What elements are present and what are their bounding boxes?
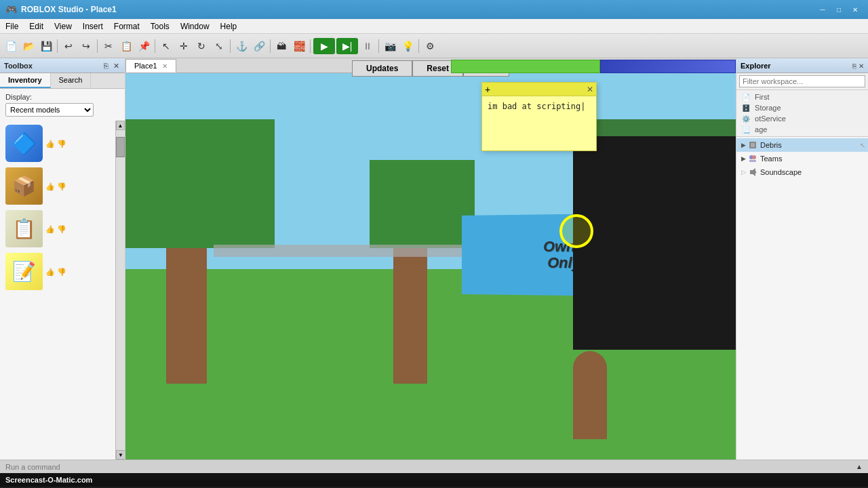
model-item-3[interactable]: 📋 👍 👎: [0, 206, 125, 249]
display-dropdown[interactable]: Recent models My models Free models: [5, 103, 94, 117]
statusbar-expand-icon[interactable]: ▲: [856, 463, 863, 470]
scrollbar-thumb[interactable]: [116, 137, 125, 157]
explorer-popup-storage[interactable]: 🗄️ Storage: [736, 102, 868, 113]
menu-view[interactable]: View: [49, 20, 77, 33]
explorer-otservice-label: otService: [755, 115, 786, 123]
toolbar-terrain-button[interactable]: 🏔: [273, 38, 290, 54]
tree-item-soundscape[interactable]: ▷ Soundscape: [736, 165, 868, 179]
thumbup-1[interactable]: 👍: [45, 140, 55, 148]
display-label: Display:: [5, 93, 32, 101]
tree-icon-teams: [747, 153, 758, 164]
tree-expand-debris[interactable]: ▶: [739, 141, 747, 149]
close-button[interactable]: ✕: [848, 3, 863, 16]
play-here-button[interactable]: ▶|: [336, 38, 358, 54]
play-button[interactable]: ▶: [313, 38, 335, 54]
model-grid: 🔷 👍 👎 📦 👍 👎: [0, 121, 125, 460]
explorer-filter-input[interactable]: [739, 75, 865, 87]
color-bar-green: [451, 60, 600, 73]
model-item-4[interactable]: 📝 👍 👎: [0, 249, 125, 291]
toolbar-copy-button[interactable]: 📋: [118, 38, 134, 54]
explorer-popup-first[interactable]: 📄 First: [736, 92, 868, 102]
toolbar-sep-5: [270, 39, 271, 53]
toolbox-tabs: Inventory Search: [0, 73, 125, 89]
model-item-1[interactable]: 🔷 👍 👎: [0, 121, 125, 163]
scrollbar-up-arrow[interactable]: ▲: [116, 121, 125, 130]
menu-edit[interactable]: Edit: [24, 20, 49, 33]
model-thumb-1: 🔷: [5, 125, 43, 162]
menu-tools[interactable]: Tools: [145, 20, 175, 33]
toolbar-select-button[interactable]: ↖: [158, 38, 174, 54]
tab-search[interactable]: Search: [51, 73, 92, 88]
toolbar-part-button[interactable]: 🧱: [291, 38, 307, 54]
settings-button[interactable]: ⚙: [422, 38, 438, 54]
cursor-icon: ↖: [860, 142, 865, 149]
restore-button[interactable]: □: [831, 3, 846, 16]
thumbup-3[interactable]: 👍: [45, 225, 55, 234]
3d-scene[interactable]: OwnerOnly!: [125, 79, 736, 460]
explorer-age-label: age: [755, 125, 767, 134]
thumbup-2[interactable]: 👍: [45, 182, 55, 191]
left-panel-scrollbar[interactable]: ▲ ▼: [115, 121, 125, 460]
toolbox-controls: ⎘ ✕: [102, 61, 121, 70]
toolbar-undo-button[interactable]: ↩: [60, 38, 77, 54]
display-selector-area: Display: Recent models My models Free mo…: [0, 89, 125, 121]
toolbar-cut-button[interactable]: ✂: [100, 38, 117, 54]
svg-point-3: [752, 155, 756, 159]
tree-label-soundscape: Soundscape: [760, 168, 802, 176]
tree-icon-soundscape: [747, 167, 758, 178]
menubar: File Edit View Insert Format Tools Windo…: [0, 19, 868, 34]
script-popup-content[interactable]: im bad at scripting|: [482, 96, 596, 150]
toolbar-save-button[interactable]: 💾: [38, 38, 54, 54]
window-controls: ─ □ ✕: [815, 3, 863, 16]
toolbar-new-button[interactable]: 📄: [3, 38, 19, 54]
pause-button[interactable]: ⏸: [359, 38, 376, 54]
toolbox-close-button[interactable]: ✕: [112, 62, 121, 70]
script-text: im bad at scripting: [488, 102, 580, 111]
explorer-undock-button[interactable]: ⎘: [852, 62, 856, 70]
thumbup-4[interactable]: 👍: [45, 268, 55, 277]
light-button[interactable]: 💡: [399, 38, 416, 54]
toolbar-move-button[interactable]: ✛: [176, 38, 192, 54]
toolbox-undock-button[interactable]: ⎘: [102, 62, 110, 70]
menu-insert[interactable]: Insert: [77, 20, 108, 33]
toolbar-open-button[interactable]: 📂: [20, 38, 37, 54]
menu-format[interactable]: Format: [108, 20, 145, 33]
log-center: [573, 351, 607, 439]
tree-expand-soundscape[interactable]: ▷: [739, 168, 747, 176]
thumbdown-4[interactable]: 👎: [57, 268, 66, 277]
tree-top-left: [125, 119, 275, 248]
title-icon: 🎮: [5, 4, 17, 15]
script-popup-close-button[interactable]: ✕: [587, 85, 593, 94]
toolbar-scale-button[interactable]: ⤡: [211, 38, 227, 54]
minimize-button[interactable]: ─: [815, 3, 830, 16]
scrollbar-down-arrow[interactable]: ▼: [116, 450, 125, 460]
tree-item-debris[interactable]: ▶ Debris ↖: [736, 138, 868, 152]
thumbdown-3[interactable]: 👎: [57, 225, 66, 234]
updates-button[interactable]: Updates: [352, 60, 412, 77]
tree-item-teams[interactable]: ▶ Teams: [736, 152, 868, 165]
thumbdown-1[interactable]: 👎: [57, 140, 66, 148]
menu-help[interactable]: Help: [215, 20, 243, 33]
explorer-controls: ⎘ ✕: [852, 61, 864, 70]
model-item-2[interactable]: 📦 👍 👎: [0, 163, 125, 206]
script-popup-add-icon[interactable]: +: [485, 84, 490, 95]
explorer-popup-otservice[interactable]: ⚙️ otService: [736, 113, 868, 124]
menu-window[interactable]: Window: [175, 20, 215, 33]
explorer-popup-age[interactable]: 📃 age: [736, 124, 868, 135]
tree-expand-teams[interactable]: ▶: [739, 155, 747, 163]
model-rating-2: 👍 👎: [45, 182, 66, 191]
menu-file[interactable]: File: [0, 20, 24, 33]
command-input[interactable]: [5, 462, 856, 472]
tab-inventory[interactable]: Inventory: [0, 73, 51, 88]
toolbar-rotate-button[interactable]: ↻: [193, 38, 210, 54]
explorer-close-button[interactable]: ✕: [859, 62, 864, 70]
thumbdown-2[interactable]: 👎: [57, 182, 66, 191]
toolbar-redo-button[interactable]: ↪: [78, 38, 94, 54]
toolbar-weld-button[interactable]: 🔗: [251, 38, 267, 54]
tree-trunk-left: [166, 248, 207, 384]
camera-button[interactable]: 📷: [382, 38, 398, 54]
tree-icon-debris: [747, 140, 758, 150]
toolbar-anchor-button[interactable]: ⚓: [233, 38, 250, 54]
watermark-bar: Screencast-O-Matic.com: [0, 473, 868, 487]
toolbar-paste-button[interactable]: 📌: [136, 38, 152, 54]
